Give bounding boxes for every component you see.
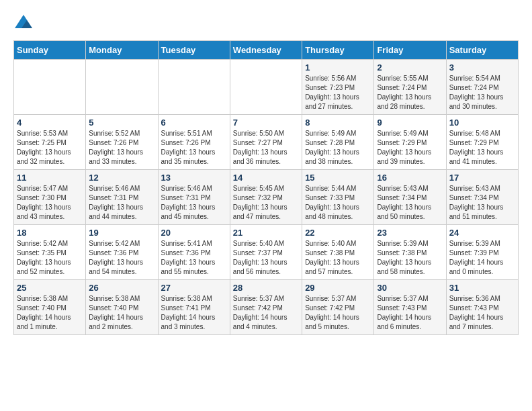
day-info: Sunrise: 5:51 AM Sunset: 7:26 PM Dayligh… — [161, 129, 227, 167]
calendar-cell: 15Sunrise: 5:44 AM Sunset: 7:33 PM Dayli… — [302, 170, 374, 225]
day-number: 13 — [161, 173, 227, 183]
day-info: Sunrise: 5:42 AM Sunset: 7:35 PM Dayligh… — [17, 239, 83, 277]
calendar-week-row: 11Sunrise: 5:47 AM Sunset: 7:30 PM Dayli… — [14, 170, 519, 225]
calendar-header-row: SundayMondayTuesdayWednesdayThursdayFrid… — [14, 41, 519, 60]
day-number: 26 — [89, 283, 154, 293]
day-number: 6 — [161, 118, 227, 128]
calendar-cell: 1Sunrise: 5:56 AM Sunset: 7:23 PM Daylig… — [302, 60, 374, 115]
calendar-cell: 24Sunrise: 5:39 AM Sunset: 7:39 PM Dayli… — [446, 225, 518, 280]
day-info: Sunrise: 5:49 AM Sunset: 7:28 PM Dayligh… — [305, 129, 371, 167]
column-header-friday: Friday — [374, 41, 446, 60]
calendar-cell: 19Sunrise: 5:42 AM Sunset: 7:36 PM Dayli… — [86, 225, 158, 280]
calendar-cell: 30Sunrise: 5:37 AM Sunset: 7:43 PM Dayli… — [374, 280, 446, 335]
calendar-cell — [14, 60, 86, 115]
day-info: Sunrise: 5:39 AM Sunset: 7:39 PM Dayligh… — [449, 239, 515, 277]
day-number: 2 — [377, 62, 443, 73]
day-info: Sunrise: 5:52 AM Sunset: 7:26 PM Dayligh… — [89, 129, 154, 167]
column-header-wednesday: Wednesday — [230, 41, 302, 60]
calendar-cell: 4Sunrise: 5:53 AM Sunset: 7:25 PM Daylig… — [14, 115, 86, 170]
day-number: 18 — [17, 228, 83, 238]
column-header-monday: Monday — [86, 41, 158, 60]
calendar-cell: 12Sunrise: 5:46 AM Sunset: 7:31 PM Dayli… — [86, 170, 158, 225]
day-number: 21 — [233, 228, 299, 238]
day-info: Sunrise: 5:39 AM Sunset: 7:38 PM Dayligh… — [377, 239, 443, 277]
day-number: 4 — [17, 118, 83, 128]
day-info: Sunrise: 5:48 AM Sunset: 7:29 PM Dayligh… — [449, 129, 515, 167]
column-header-sunday: Sunday — [14, 41, 86, 60]
calendar-cell: 23Sunrise: 5:39 AM Sunset: 7:38 PM Dayli… — [374, 225, 446, 280]
day-number: 28 — [233, 283, 299, 293]
day-info: Sunrise: 5:37 AM Sunset: 7:42 PM Dayligh… — [233, 294, 299, 332]
day-number: 20 — [161, 228, 227, 238]
day-info: Sunrise: 5:38 AM Sunset: 7:41 PM Dayligh… — [161, 294, 227, 332]
day-info: Sunrise: 5:53 AM Sunset: 7:25 PM Dayligh… — [17, 129, 83, 167]
day-info: Sunrise: 5:45 AM Sunset: 7:32 PM Dayligh… — [233, 184, 299, 222]
day-number: 9 — [377, 118, 443, 128]
calendar-cell: 2Sunrise: 5:55 AM Sunset: 7:24 PM Daylig… — [374, 60, 446, 115]
calendar-week-row: 4Sunrise: 5:53 AM Sunset: 7:25 PM Daylig… — [14, 115, 519, 170]
day-info: Sunrise: 5:40 AM Sunset: 7:37 PM Dayligh… — [233, 239, 299, 277]
column-header-thursday: Thursday — [302, 41, 374, 60]
calendar-table: SundayMondayTuesdayWednesdayThursdayFrid… — [13, 40, 519, 335]
day-number: 17 — [449, 173, 515, 183]
calendar-cell: 16Sunrise: 5:43 AM Sunset: 7:34 PM Dayli… — [374, 170, 446, 225]
day-info: Sunrise: 5:40 AM Sunset: 7:38 PM Dayligh… — [305, 239, 371, 277]
column-header-saturday: Saturday — [446, 41, 518, 60]
day-number: 25 — [17, 283, 83, 293]
calendar-cell: 9Sunrise: 5:49 AM Sunset: 7:29 PM Daylig… — [374, 115, 446, 170]
calendar-cell: 21Sunrise: 5:40 AM Sunset: 7:37 PM Dayli… — [230, 225, 302, 280]
day-number: 5 — [89, 118, 154, 128]
day-info: Sunrise: 5:36 AM Sunset: 7:43 PM Dayligh… — [449, 294, 515, 332]
calendar-cell: 17Sunrise: 5:43 AM Sunset: 7:34 PM Dayli… — [446, 170, 518, 225]
day-info: Sunrise: 5:43 AM Sunset: 7:34 PM Dayligh… — [449, 184, 515, 222]
day-info: Sunrise: 5:44 AM Sunset: 7:33 PM Dayligh… — [305, 184, 371, 222]
day-number: 31 — [449, 283, 515, 293]
calendar-cell: 29Sunrise: 5:37 AM Sunset: 7:42 PM Dayli… — [302, 280, 374, 335]
calendar-cell: 31Sunrise: 5:36 AM Sunset: 7:43 PM Dayli… — [446, 280, 518, 335]
day-info: Sunrise: 5:41 AM Sunset: 7:36 PM Dayligh… — [161, 239, 227, 277]
calendar-cell: 7Sunrise: 5:50 AM Sunset: 7:27 PM Daylig… — [230, 115, 302, 170]
day-number: 27 — [161, 283, 227, 293]
day-info: Sunrise: 5:56 AM Sunset: 7:23 PM Dayligh… — [305, 74, 371, 111]
day-info: Sunrise: 5:38 AM Sunset: 7:40 PM Dayligh… — [17, 294, 83, 332]
calendar-cell: 6Sunrise: 5:51 AM Sunset: 7:26 PM Daylig… — [158, 115, 230, 170]
day-number: 7 — [233, 118, 299, 128]
day-info: Sunrise: 5:49 AM Sunset: 7:29 PM Dayligh… — [377, 129, 443, 167]
day-info: Sunrise: 5:37 AM Sunset: 7:42 PM Dayligh… — [305, 294, 371, 332]
day-info: Sunrise: 5:55 AM Sunset: 7:24 PM Dayligh… — [377, 74, 443, 111]
calendar-cell — [86, 60, 158, 115]
calendar-cell: 8Sunrise: 5:49 AM Sunset: 7:28 PM Daylig… — [302, 115, 374, 170]
calendar-cell: 28Sunrise: 5:37 AM Sunset: 7:42 PM Dayli… — [230, 280, 302, 335]
page-header — [13, 13, 519, 34]
calendar-cell: 5Sunrise: 5:52 AM Sunset: 7:26 PM Daylig… — [86, 115, 158, 170]
column-header-tuesday: Tuesday — [158, 41, 230, 60]
day-info: Sunrise: 5:54 AM Sunset: 7:24 PM Dayligh… — [449, 74, 515, 111]
calendar-cell: 22Sunrise: 5:40 AM Sunset: 7:38 PM Dayli… — [302, 225, 374, 280]
day-number: 29 — [305, 283, 371, 293]
day-number: 12 — [89, 173, 154, 183]
calendar-week-row: 25Sunrise: 5:38 AM Sunset: 7:40 PM Dayli… — [14, 280, 519, 335]
calendar-cell: 10Sunrise: 5:48 AM Sunset: 7:29 PM Dayli… — [446, 115, 518, 170]
calendar-week-row: 1Sunrise: 5:56 AM Sunset: 7:23 PM Daylig… — [14, 60, 519, 115]
day-number: 24 — [449, 228, 515, 238]
day-number: 19 — [89, 228, 154, 238]
day-info: Sunrise: 5:47 AM Sunset: 7:30 PM Dayligh… — [17, 184, 83, 222]
day-number: 22 — [305, 228, 371, 238]
day-number: 1 — [305, 62, 371, 73]
calendar-cell — [158, 60, 230, 115]
calendar-cell: 13Sunrise: 5:46 AM Sunset: 7:31 PM Dayli… — [158, 170, 230, 225]
day-info: Sunrise: 5:42 AM Sunset: 7:36 PM Dayligh… — [89, 239, 154, 277]
calendar-cell: 18Sunrise: 5:42 AM Sunset: 7:35 PM Dayli… — [14, 225, 86, 280]
calendar-cell: 27Sunrise: 5:38 AM Sunset: 7:41 PM Dayli… — [158, 280, 230, 335]
calendar-cell: 14Sunrise: 5:45 AM Sunset: 7:32 PM Dayli… — [230, 170, 302, 225]
calendar-cell: 11Sunrise: 5:47 AM Sunset: 7:30 PM Dayli… — [14, 170, 86, 225]
calendar-cell: 26Sunrise: 5:38 AM Sunset: 7:40 PM Dayli… — [86, 280, 158, 335]
day-number: 10 — [449, 118, 515, 128]
calendar-week-row: 18Sunrise: 5:42 AM Sunset: 7:35 PM Dayli… — [14, 225, 519, 280]
calendar-cell — [230, 60, 302, 115]
day-info: Sunrise: 5:50 AM Sunset: 7:27 PM Dayligh… — [233, 129, 299, 167]
calendar-cell: 3Sunrise: 5:54 AM Sunset: 7:24 PM Daylig… — [446, 60, 518, 115]
logo — [13, 13, 36, 34]
day-number: 14 — [233, 173, 299, 183]
day-number: 11 — [17, 173, 83, 183]
